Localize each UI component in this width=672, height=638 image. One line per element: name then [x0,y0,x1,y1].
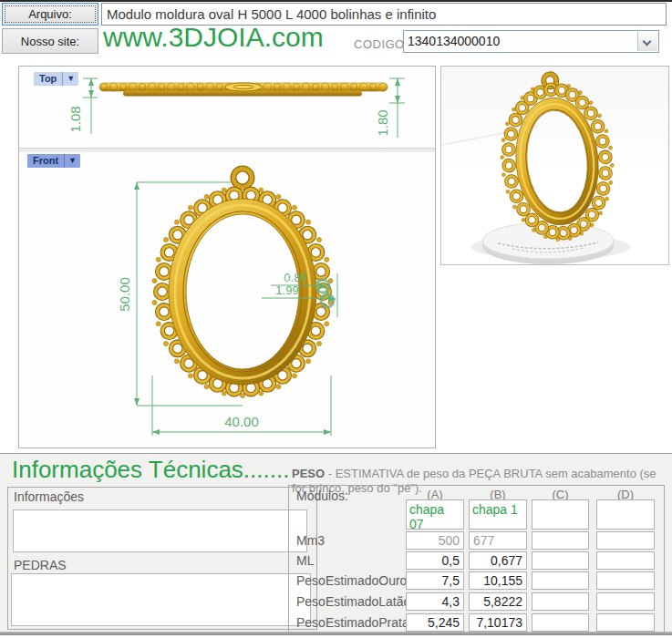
pendant-top-profile [99,83,388,97]
codigo-label: CODIGO [354,37,405,51]
dim-top-total-height: 1.80 [375,109,390,136]
row-label: PesoEstimadoPrata [296,615,409,630]
value-field[interactable] [532,592,589,611]
dim-detail-large: 1.99 [275,283,298,297]
tab-front-label: Front [27,154,64,168]
render-3d-image [441,67,668,264]
weight-row: PesoEstimadoOuro7,510,155 [289,571,662,591]
value-field[interactable]: 5,245 [406,613,464,632]
value-field[interactable] [532,531,589,550]
informacoes-field[interactable] [13,509,307,552]
tech-heading: Informações Técnicas....... [12,456,289,484]
tech-info-section: Informações Técnicas....... PESO - ESTIM… [0,453,672,632]
informacoes-box: Informações PEDRAS [7,487,317,630]
value-field[interactable]: 7,10173 [469,613,527,632]
module-name-field[interactable] [532,499,589,530]
module-name-field[interactable]: chapa 07 [406,499,464,530]
value-field[interactable]: 10,155 [469,571,527,590]
weight-table-panel: Módulos: (A)(B)(C)(D) chapa 07chapa 1 Mm… [288,485,665,633]
dim-top-thickness: 1.08 [67,106,83,132]
value-field[interactable]: 500 [406,531,464,550]
value-field[interactable] [532,551,589,570]
cad-drawing-panel: 1.08 1.80 Top ▼ [18,66,436,448]
peso-label: PESO [292,467,325,480]
value-field[interactable] [596,613,655,632]
value-field[interactable] [596,531,655,550]
weight-row: ML0,50,677 [289,551,662,571]
nosso-site-button[interactable]: Nosso site: [2,28,98,54]
render-3d-panel [440,66,669,265]
weight-row: Mm3500677 [289,531,662,551]
row-label: ML [296,553,314,568]
pedras-label: PEDRAS [14,558,67,572]
site-url-text: www.3DJOIA.com [103,22,324,53]
dim-front-height: 50.00 [117,277,132,312]
front-viewport: 50.00 40.00 0.86 1.99 [19,152,435,448]
value-field[interactable]: 0,5 [406,551,464,570]
weight-row: PesoEstimadoPrata5,2457,10173 [289,613,662,633]
value-field[interactable] [596,571,655,590]
arquivo-button[interactable]: Arquivo: [2,3,98,26]
row-label: PesoEstimadoOuro [296,573,407,588]
codigo-value: 1340134000010 [408,34,500,48]
front-view-drawing: 50.00 40.00 0.86 1.99 [19,152,435,448]
value-field[interactable]: 677 [469,531,527,550]
tab-front-view[interactable]: Front ▼ [27,154,80,168]
weight-row: PesoEstimadoLatão4,35,8222 [289,592,662,612]
value-field[interactable]: 5,8222 [469,592,527,611]
module-name-field[interactable] [596,499,655,530]
form-root: Arquivo: Modulo moldura oval H 5000 L 40… [0,0,672,638]
row-label: Mm3 [296,533,325,548]
tab-top-view[interactable]: Top ▼ [34,72,78,86]
value-field[interactable]: 7,5 [406,571,464,590]
top-view-drawing: 1.08 1.80 [19,67,435,148]
window-top-edge [0,0,672,2]
value-field[interactable] [596,592,655,611]
row-label: PesoEstimadoLatão [296,594,410,609]
value-field[interactable]: 0,677 [469,551,527,570]
value-field[interactable]: 4,3 [406,592,464,611]
chevron-down-icon[interactable] [637,32,657,51]
dim-detail-small: 0.86 [284,271,306,284]
informacoes-label: Informações [14,489,84,504]
value-field[interactable] [596,551,655,570]
window-bottom-edge [0,632,672,635]
dim-front-width: 40.00 [224,414,259,429]
chevron-down-icon[interactable]: ▼ [64,154,80,168]
modulos-label: Módulos: [296,489,348,503]
tab-top-label: Top [34,72,62,86]
top-viewport: 1.08 1.80 Top ▼ [19,67,435,148]
value-field[interactable] [532,571,589,590]
pedras-field[interactable] [11,573,311,626]
module-name-field[interactable]: chapa 1 [469,499,527,530]
chevron-down-icon[interactable]: ▼ [62,72,78,86]
value-field[interactable] [532,613,589,632]
codigo-combobox[interactable]: 1340134000010 [403,30,659,53]
